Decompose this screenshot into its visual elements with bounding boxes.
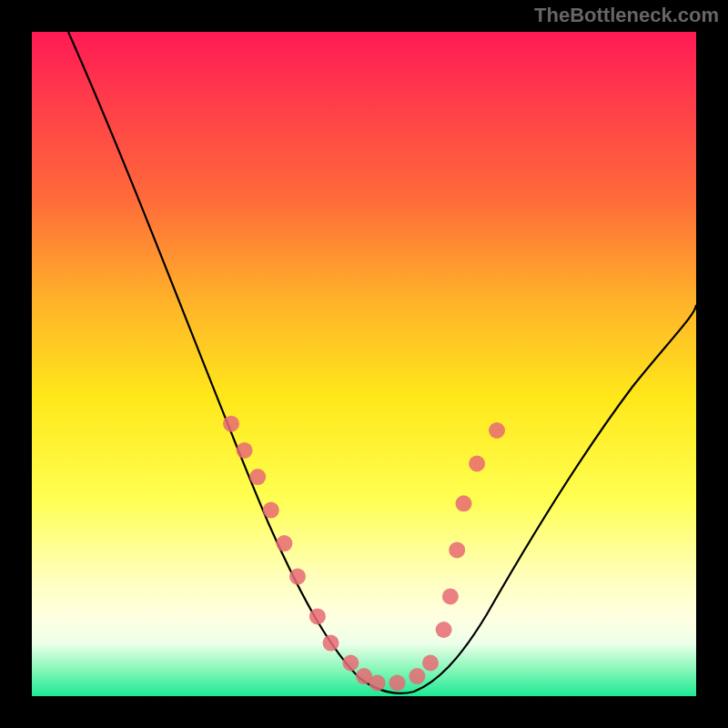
data-point (456, 495, 472, 511)
curve-line (68, 32, 696, 693)
chart-frame: TheBottleneck.com (0, 0, 728, 728)
watermark-text: TheBottleneck.com (534, 4, 719, 27)
bottleneck-curve (32, 32, 696, 696)
data-point (469, 456, 485, 472)
data-point (309, 608, 326, 624)
data-point (249, 469, 266, 485)
plot-area (32, 32, 696, 696)
data-point (449, 541, 465, 558)
data-point (409, 668, 425, 684)
data-point (489, 422, 505, 439)
data-point (237, 442, 253, 459)
data-point (342, 655, 359, 672)
data-point (442, 589, 459, 605)
data-point (263, 502, 279, 519)
data-point (389, 674, 406, 691)
data-point (276, 535, 292, 551)
data-point (323, 635, 339, 652)
data-point (422, 655, 439, 672)
data-point (369, 674, 386, 691)
data-point (289, 569, 306, 585)
data-point (436, 622, 452, 638)
data-point (223, 416, 239, 432)
